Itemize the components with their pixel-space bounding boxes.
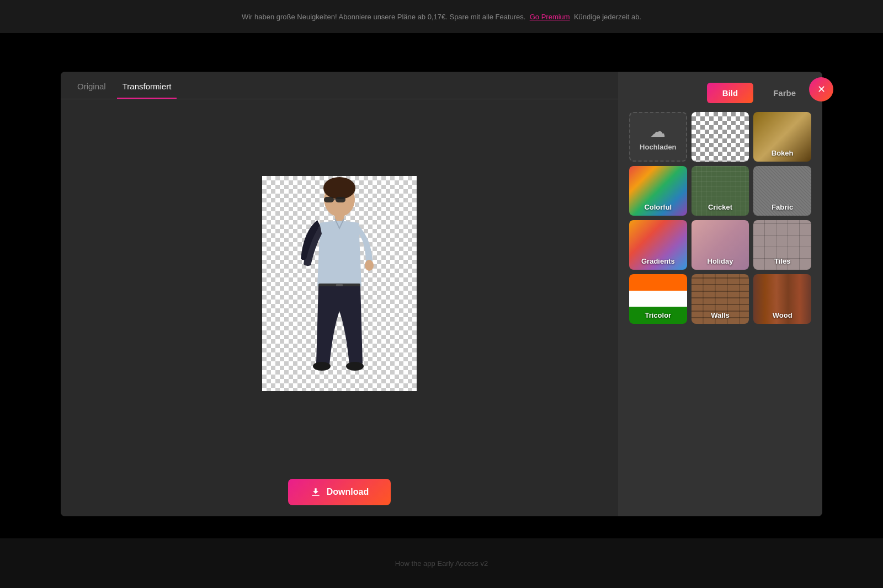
left-panel: Original Transformiert	[61, 72, 618, 516]
bottom-text: How the app Early Access v2	[395, 559, 488, 568]
svg-point-1	[323, 177, 355, 199]
walls-label: Walls	[691, 311, 749, 319]
wood-label: Wood	[753, 311, 811, 319]
notification-bar: Wir haben große Neuigkeiten! Abonniere u…	[0, 0, 883, 33]
notification-text: Wir haben große Neuigkeiten! Abonniere u…	[242, 13, 641, 21]
svg-point-6	[365, 260, 374, 271]
notification-link[interactable]: Go Premium	[530, 13, 570, 21]
download-area: Download	[61, 468, 618, 516]
bg-item-transparent[interactable]	[691, 112, 749, 162]
bg-item-holiday[interactable]: Holiday	[691, 220, 749, 270]
bottom-bar: How the app Early Access v2	[0, 538, 883, 588]
gradients-label: Gradients	[629, 257, 687, 265]
image-container	[262, 176, 417, 391]
upload-label: Hochladen	[640, 143, 676, 151]
holiday-label: Holiday	[691, 257, 749, 265]
tab-transformiert[interactable]: Transformiert	[117, 82, 177, 99]
bg-item-walls[interactable]: Walls	[691, 274, 749, 324]
svg-point-9	[313, 362, 331, 371]
bg-item-gradients[interactable]: Gradients	[629, 220, 687, 270]
bg-item-upload[interactable]: ☁ Hochladen	[629, 112, 687, 162]
tabs: Original Transformiert	[61, 72, 618, 99]
colorful-label: Colorful	[629, 203, 687, 211]
bg-item-fabric[interactable]: Fabric	[753, 166, 811, 216]
modal: Original Transformiert	[61, 72, 822, 516]
svg-rect-3	[336, 197, 345, 202]
image-area	[61, 99, 618, 468]
notification-suffix: Kündige jederzeit ab.	[574, 13, 641, 21]
bg-item-colorful[interactable]: Colorful	[629, 166, 687, 216]
toggle-group: Bild Farbe	[629, 83, 811, 103]
bg-item-tiles[interactable]: Tiles	[753, 220, 811, 270]
background-grid: ☁ Hochladen Bokeh Colorful Cricket Fabri…	[629, 112, 811, 324]
fabric-label: Fabric	[753, 203, 811, 211]
download-icon	[310, 487, 321, 498]
close-button[interactable]: ✕	[809, 77, 833, 101]
svg-rect-2	[324, 197, 334, 202]
bg-item-bokeh[interactable]: Bokeh	[753, 112, 811, 162]
person-figure	[262, 176, 417, 391]
bg-item-wood[interactable]: Wood	[753, 274, 811, 324]
cloud-upload-icon: ☁	[650, 122, 666, 141]
tricolor-label: Tricolor	[629, 311, 687, 319]
right-panel: Bild Farbe ☁ Hochladen Bokeh Colorful	[618, 72, 822, 516]
toggle-bild[interactable]: Bild	[707, 83, 753, 103]
download-button[interactable]: Download	[288, 479, 391, 505]
svg-point-10	[346, 362, 364, 371]
cricket-label: Cricket	[691, 203, 749, 211]
tiles-label: Tiles	[753, 257, 811, 265]
tab-original[interactable]: Original	[72, 82, 111, 99]
download-label: Download	[327, 487, 369, 497]
bg-item-tricolor[interactable]: Tricolor	[629, 274, 687, 324]
toggle-farbe[interactable]: Farbe	[758, 83, 811, 103]
bokeh-label: Bokeh	[753, 149, 811, 157]
bg-item-cricket[interactable]: Cricket	[691, 166, 749, 216]
